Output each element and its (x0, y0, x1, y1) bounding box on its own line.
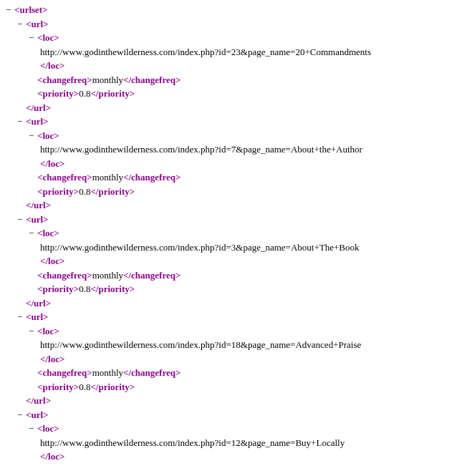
angle-close: > (87, 172, 92, 183)
angle-close-slash: </ (123, 172, 131, 183)
toggle-icon[interactable]: − (29, 324, 37, 339)
tag-name: changefreq (131, 172, 175, 183)
loc-open: −<loc> (29, 226, 446, 241)
angle-close-slash: </ (90, 382, 98, 392)
priority-row: <priority>0.8</priority> (29, 87, 446, 101)
changefreq-value: monthly (92, 270, 123, 281)
changefreq-row: <changefreq>monthly</changefreq> (29, 170, 446, 185)
loc-value: http://www.godinthewilderness.com/index.… (40, 338, 446, 352)
toggle-icon[interactable]: − (29, 129, 37, 143)
angle-close: > (175, 74, 181, 85)
priority-value: 0.8 (79, 186, 90, 197)
tag-name: url (34, 102, 46, 113)
url-open: −<url> (17, 17, 446, 31)
changefreq-row: <changefreq>monthly</changefreq> (29, 366, 446, 380)
toggle-icon[interactable]: − (29, 226, 37, 241)
tag-name: url (31, 311, 43, 322)
angle-close-slash: </ (40, 60, 48, 71)
angle-close-slash: </ (90, 88, 98, 99)
loc-open: −<loc> (29, 31, 446, 45)
loc-close: </loc> (40, 157, 446, 171)
angle-close-slash: </ (40, 354, 48, 364)
angle-close: > (54, 32, 59, 43)
changefreq-value: monthly (92, 74, 123, 85)
loc-text: http://www.godinthewilderness.com/index.… (40, 47, 371, 57)
url-open: −<url> (17, 213, 446, 227)
priority-row: <priority>0.8</priority> (29, 282, 446, 296)
angle-close: > (130, 186, 135, 197)
priority-value: 0.8 (79, 382, 90, 392)
angle-close-slash: </ (40, 451, 48, 462)
angle-close: > (87, 270, 92, 281)
toggle-icon[interactable]: − (29, 422, 37, 436)
angle-close: > (43, 19, 48, 29)
changefreq-value: monthly (92, 367, 123, 378)
angle-close: > (130, 88, 135, 99)
tag-name: changefreq (131, 367, 175, 378)
angle-close: > (59, 158, 64, 169)
tag-name: loc (48, 451, 59, 462)
tag-name: changefreq (131, 270, 175, 281)
changefreq-row: <changefreq>monthly</changefreq> (29, 73, 446, 87)
angle-close-slash: </ (123, 74, 131, 85)
angle-close-slash: </ (26, 200, 34, 210)
loc-open: −<loc> (29, 422, 446, 436)
url-close: </url> (17, 296, 446, 311)
loc-text: http://www.godinthewilderness.com/index.… (40, 242, 360, 253)
loc-value: http://www.godinthewilderness.com/index.… (40, 142, 446, 157)
angle-close: > (59, 256, 64, 266)
toggle-icon[interactable]: − (17, 213, 26, 227)
loc-close: </loc> (40, 59, 446, 73)
angle-close: > (43, 311, 48, 322)
tag-name: priority (98, 88, 129, 99)
angle-close: > (54, 228, 59, 238)
loc-text: http://www.godinthewilderness.com/index.… (40, 437, 345, 448)
tag-name: url (34, 200, 46, 210)
priority-value: 0.8 (79, 88, 90, 99)
angle-close: > (87, 74, 92, 85)
toggle-icon[interactable]: − (17, 408, 26, 422)
loc-close: </loc> (40, 254, 446, 268)
tag-name: loc (48, 158, 59, 169)
toggle-icon[interactable]: − (6, 3, 14, 17)
url-open: −<url> (17, 310, 446, 324)
angle-close: > (46, 200, 51, 210)
angle-close: > (43, 409, 48, 420)
angle-close: > (46, 395, 51, 406)
toggle-icon[interactable]: − (17, 17, 26, 31)
tag-name: priority (98, 186, 129, 197)
toggle-icon[interactable]: − (17, 115, 26, 129)
tag-name: loc (42, 32, 54, 43)
priority-value: 0.8 (79, 283, 90, 294)
tag-name: loc (48, 354, 59, 364)
url-close: </url> (17, 101, 446, 115)
angle-close: > (59, 354, 64, 364)
loc-text: http://www.godinthewilderness.com/index.… (40, 144, 362, 155)
loc-close: </loc> (40, 450, 446, 464)
tag-name: priority (98, 283, 129, 294)
tag-name: changefreq (42, 270, 87, 281)
angle-close: > (130, 283, 135, 294)
angle-close-slash: </ (40, 256, 48, 266)
angle-close-slash: </ (26, 102, 34, 113)
tag-name: loc (48, 256, 59, 266)
loc-open: −<loc> (29, 129, 446, 143)
loc-close: </loc> (40, 352, 446, 366)
tag-name: priority (98, 382, 129, 392)
angle-close-slash: </ (26, 395, 34, 406)
tag-name: loc (42, 130, 54, 141)
priority-row: <priority>0.8</priority> (29, 185, 446, 199)
angle-close: > (175, 172, 181, 183)
tag-name: changefreq (42, 74, 87, 85)
toggle-icon[interactable]: − (29, 31, 37, 45)
toggle-icon[interactable]: − (17, 310, 26, 324)
url-close: </url> (17, 394, 446, 408)
angle-close: > (175, 270, 181, 281)
loc-value: http://www.godinthewilderness.com/index.… (40, 45, 446, 59)
tag-name: url (34, 395, 46, 406)
angle-close: > (54, 130, 59, 141)
xml-tree: −<urlset>−<url>−<loc>http://www.godinthe… (6, 3, 446, 464)
angle-close-slash: </ (123, 367, 131, 378)
angle-close-slash: </ (90, 186, 98, 197)
angle-close: > (46, 102, 51, 113)
